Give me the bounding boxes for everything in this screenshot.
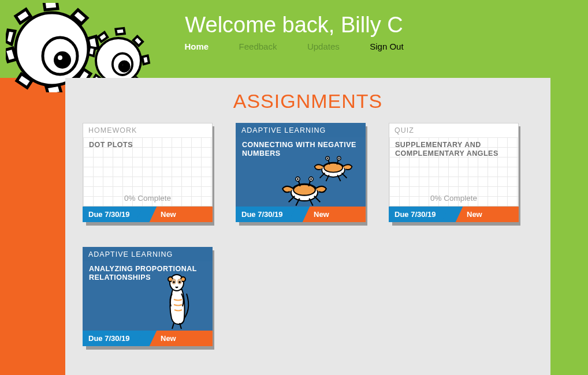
card-title: DOT PLOTS (89, 141, 206, 149)
nav-feedback[interactable]: Feedback (239, 42, 277, 51)
card-status: New (314, 210, 329, 219)
svg-point-17 (293, 185, 315, 196)
welcome-greeting: Welcome back, Billy C (0, 13, 588, 38)
assignment-card[interactable]: HOMEWORK DOT PLOTS 0% Complete New Due 7… (83, 123, 213, 222)
assignment-card[interactable]: ADAPTIVE LEARNING CONNECTING WITH NEGATI… (236, 123, 366, 222)
card-footer: New Due 7/30/19 (389, 207, 519, 222)
nav-home[interactable]: Home (184, 42, 209, 51)
card-footer: New Due 7/30/19 (236, 207, 366, 222)
card-due: Due 7/30/19 (88, 334, 130, 343)
svg-line-11 (337, 159, 338, 164)
card-title: SUPPLEMENTARY AND COMPLEMENTARY ANGLES (395, 141, 512, 158)
card-due: Due 7/30/19 (88, 210, 130, 219)
card-title: CONNECTING WITH NEGATIVE NUMBERS (242, 141, 359, 158)
nav-sign-out[interactable]: Sign Out (370, 42, 403, 51)
card-category: ADAPTIVE LEARNING (236, 123, 366, 137)
main-nav: Home Feedback Updates Sign Out (0, 42, 588, 52)
assignment-card[interactable]: ADAPTIVE LEARNING ANALYZING PROPORTIONAL… (83, 247, 213, 346)
card-category: QUIZ (389, 123, 519, 137)
card-status: New (467, 210, 482, 219)
card-due: Due 7/30/19 (241, 210, 283, 219)
svg-point-16 (291, 184, 318, 201)
card-footer: New Due 7/30/19 (83, 331, 213, 346)
card-progress: 0% Complete (83, 194, 212, 202)
card-due: Due 7/30/19 (395, 210, 436, 219)
card-title: ANALYZING PROPORTIONAL RELATIONSHIPS (89, 265, 206, 282)
svg-point-9 (324, 163, 343, 172)
card-status: New (161, 334, 176, 343)
assignment-card[interactable]: QUIZ SUPPLEMENTARY AND COMPLEMENTARY ANG… (389, 123, 519, 222)
svg-point-8 (322, 163, 345, 177)
card-status: New (161, 210, 176, 219)
card-body: ANALYZING PROPORTIONAL RELATIONSHIPS (83, 261, 213, 331)
svg-point-23 (310, 178, 312, 180)
svg-line-18 (299, 180, 300, 186)
section-title: ASSIGNMENTS (83, 90, 533, 112)
svg-point-20 (296, 177, 300, 181)
card-body: SUPPLEMENTARY AND COMPLEMENTARY ANGLES 0… (389, 137, 519, 207)
background-accent (0, 78, 66, 375)
card-body: DOT PLOTS 0% Complete (83, 137, 213, 207)
svg-point-2 (54, 51, 71, 69)
nav-updates[interactable]: Updates (307, 42, 340, 51)
main-panel: ASSIGNMENTS HOMEWORK DOT PLOTS 0% Comple… (65, 78, 550, 375)
card-progress: 0% Complete (389, 194, 518, 202)
card-body: CONNECTING WITH NEGATIVE NUMBERS (236, 137, 366, 207)
svg-point-21 (309, 177, 313, 181)
card-category: HOMEWORK (83, 123, 213, 137)
svg-point-22 (297, 178, 299, 180)
svg-line-10 (328, 159, 330, 164)
svg-line-19 (308, 180, 310, 186)
svg-point-3 (58, 55, 62, 60)
card-footer: New Due 7/30/19 (83, 207, 213, 222)
assignment-card-grid: HOMEWORK DOT PLOTS 0% Complete New Due 7… (83, 123, 533, 371)
svg-point-7 (121, 63, 124, 66)
card-category: ADAPTIVE LEARNING (83, 247, 213, 261)
